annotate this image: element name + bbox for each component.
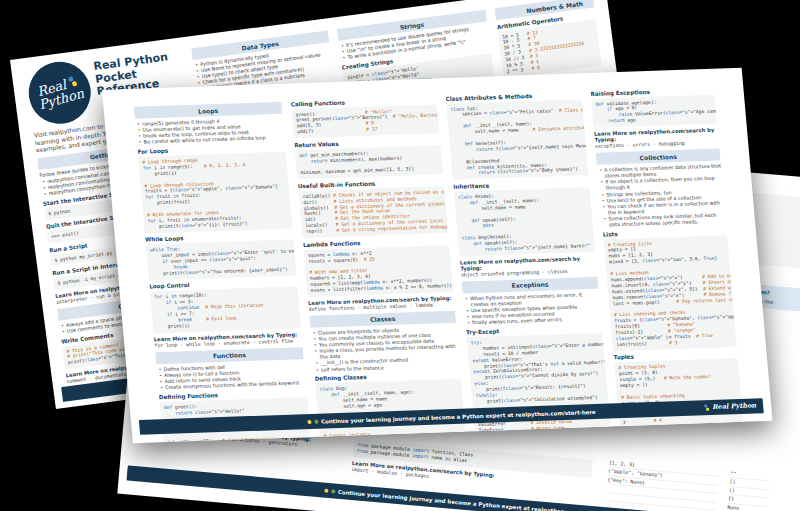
python-logo-icon xyxy=(703,403,711,410)
code-block: def get_min_max(numbers): return min(num… xyxy=(295,145,443,180)
bullet-list: Define functions with defAlways use () t… xyxy=(156,361,306,390)
learn-more: Learn More on realpython.com/search by T… xyxy=(594,127,719,149)
code-block: square = lambda x: x**2result = square(5… xyxy=(303,245,453,297)
lightbulb-icon xyxy=(324,488,328,492)
real-python-brand: Real Python xyxy=(703,401,757,411)
snake-icon xyxy=(331,489,335,493)
code-block: def validate_age(age): if age < 0: raise… xyxy=(591,94,718,128)
canvas: { "shared": { "learn_more_label": "Learn… xyxy=(0,0,800,511)
bullet-list: When Python runs and encounters an error… xyxy=(463,291,602,326)
code-block: # Loop through rangefor i in range(5): #… xyxy=(138,151,293,233)
bullet-list: Classes are blueprints for objectsYou ca… xyxy=(310,325,460,373)
truthy-falsy-table: [1, 2, 3]("apple", "banana"){"key": None… xyxy=(606,459,771,511)
bullet-list: range(5) generates 0 through 4Use enumer… xyxy=(135,116,285,145)
table-col-falsy: ""[](){}None xyxy=(727,470,771,511)
code-block: greet() # "Hello!"greet_person(class="s"… xyxy=(291,104,439,139)
column-collections: Raising Exceptionsdef validate_age(age):… xyxy=(590,83,744,426)
table-col-truthy: [1, 2, 3]("apple", "banana"){"key": None… xyxy=(606,459,719,510)
code-block: # Creating listsempty = []nums = [1, 2, … xyxy=(603,235,737,351)
learn-more: Learn More on realpython.com/search by T… xyxy=(154,331,303,348)
code-block: for i in range(10): if i == 3: continue … xyxy=(150,287,302,334)
real-python-logo: Real Python xyxy=(25,55,98,131)
fragment-imports: from package.module import function, Cla… xyxy=(351,437,593,495)
column-loops-functions: Loopsrange(5) generates 0 through 4Use e… xyxy=(133,98,311,442)
column-functions-classes: Calling Functionsgreet() # "Hello!"greet… xyxy=(290,92,466,436)
code-block: class Cat: species = class="s">"Felis ca… xyxy=(446,99,589,180)
learn-more: Learn More on realpython.com/search by T… xyxy=(308,295,455,312)
lightbulb-icon xyxy=(307,419,311,423)
bullet-list: A collection is any container data struc… xyxy=(597,163,726,228)
sheet-main-page: Loopsrange(5) generates 0 through 4Use e… xyxy=(102,68,773,443)
column-classes-exceptions: Class Attributes & Methodsclass Cat: spe… xyxy=(445,87,611,431)
snake-icon xyxy=(314,419,318,423)
code-block: callable() # Checks if an object can be … xyxy=(298,186,448,238)
learn-more: Learn More on realpython.com/search by T… xyxy=(460,255,597,278)
code-block: try: number = int(input(class="s">"Enter… xyxy=(466,333,608,409)
code-block: while True: user_input = input(class="s"… xyxy=(146,240,297,281)
code-block: class Animal: def __init__(self, name): … xyxy=(454,187,596,257)
